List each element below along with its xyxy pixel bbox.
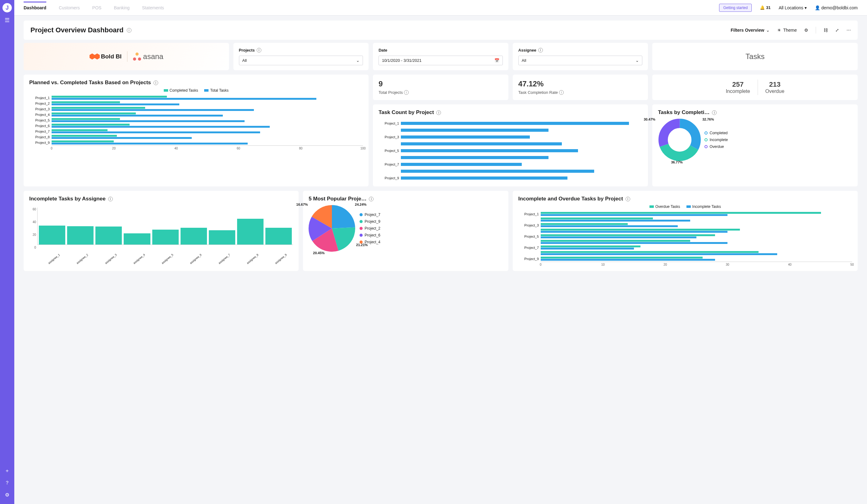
user-circle-icon: 👤 bbox=[815, 5, 820, 10]
notifications-button[interactable]: 🔔 31 bbox=[760, 5, 770, 10]
menu-toggle-icon[interactable]: ☰ bbox=[5, 17, 10, 24]
assignee-filter-value: All bbox=[522, 58, 526, 63]
date-filter-card: Date 10/1/2020 - 3/31/2021 📅 bbox=[373, 43, 509, 70]
donut-chart bbox=[658, 118, 702, 162]
total-projects-kpi: 9 Total Projectsi bbox=[373, 75, 509, 100]
assignee-filter-label: Assignee bbox=[518, 48, 536, 53]
pie-chart bbox=[309, 205, 355, 252]
projects-filter-label: Projects bbox=[239, 48, 255, 53]
notif-count: 31 bbox=[766, 5, 770, 10]
kpi-label: Total Projects bbox=[378, 90, 403, 95]
chevron-down-icon: ⌄ bbox=[635, 58, 639, 63]
projects-filter-select[interactable]: All ⌄ bbox=[239, 56, 363, 65]
kpi-value: 47.12% bbox=[518, 79, 643, 88]
location-dropdown[interactable]: All Locations ▾ bbox=[779, 5, 807, 10]
incomplete-overdue-card: Incomplete and Overdue Tasks by Projecti… bbox=[513, 191, 858, 271]
donut-legend: Completed Incomplete Overdue bbox=[705, 131, 728, 149]
legend-completed: Completed Tasks bbox=[164, 88, 198, 93]
tasks-label: Tasks bbox=[746, 52, 764, 61]
legend-label: Incomplete Tasks bbox=[692, 204, 721, 209]
separator bbox=[758, 79, 758, 95]
calendar-icon: 📅 bbox=[494, 58, 499, 63]
info-icon[interactable]: i bbox=[153, 81, 158, 85]
title: Incomplete Tasks by Assignee bbox=[29, 196, 106, 202]
dashboard-header: Project Overview Dashboard i Filters Ove… bbox=[24, 21, 858, 40]
assignee-filter-select[interactable]: All ⌄ bbox=[518, 56, 643, 65]
info-icon[interactable]: i bbox=[538, 48, 543, 53]
getting-started-button[interactable]: Getting started bbox=[719, 4, 752, 12]
tab-pos[interactable]: POS bbox=[92, 2, 101, 14]
filters-sliders-icon[interactable]: ⚙ bbox=[804, 28, 808, 33]
info-icon[interactable]: i bbox=[108, 197, 113, 201]
planned-vs-completed-card: Planned vs. Completed Tasks Based on Pro… bbox=[24, 75, 368, 186]
date-filter-value: 10/1/2020 - 3/31/2021 bbox=[382, 58, 421, 63]
legend-label: Completed bbox=[709, 131, 727, 135]
tab-statements[interactable]: Statements bbox=[142, 2, 164, 14]
asana-text: asana bbox=[143, 52, 163, 61]
info-icon[interactable]: i bbox=[625, 197, 630, 201]
date-filter-input[interactable]: 10/1/2020 - 3/31/2021 📅 bbox=[378, 56, 503, 65]
title: 5 Most Popular Proje… bbox=[309, 196, 366, 202]
boldbi-text: Bold BI bbox=[101, 53, 122, 60]
sun-icon: ☀ bbox=[777, 28, 781, 33]
info-icon[interactable]: i bbox=[404, 90, 409, 95]
info-icon[interactable]: i bbox=[712, 110, 717, 115]
link-icon[interactable]: ⛓ bbox=[824, 28, 828, 33]
legend-total: Total Tasks bbox=[204, 88, 228, 93]
assignee-chart bbox=[37, 207, 293, 245]
title: Tasks by Completi… bbox=[658, 109, 709, 116]
kpi-value-incomplete: 257 bbox=[726, 81, 750, 88]
info-icon[interactable]: i bbox=[436, 110, 441, 115]
info-icon[interactable]: i bbox=[257, 48, 261, 53]
projects-filter-value: All bbox=[243, 58, 247, 63]
incomplete-overdue-kpi: 257 Incomplete 213 Overdue bbox=[652, 75, 858, 100]
legend-label: Overdue Tasks bbox=[655, 204, 680, 209]
planned-chart: Project_1 Project_2 Project_3 Project_4 … bbox=[29, 95, 363, 150]
location-label: All Locations bbox=[779, 5, 803, 10]
filters-overview-button[interactable]: Filters Overview ⌄ bbox=[730, 28, 770, 33]
date-filter-label: Date bbox=[378, 48, 387, 53]
tasks-by-completion-card: Tasks by Completi…i 32.76% 36.77% 30.47%… bbox=[652, 104, 858, 186]
user-menu[interactable]: 👤 demo@boldbi.com bbox=[815, 5, 858, 10]
tab-dashboard[interactable]: Dashboard bbox=[24, 2, 46, 14]
tab-customers[interactable]: Customers bbox=[59, 2, 80, 14]
tasks-title-card: Tasks bbox=[652, 43, 858, 70]
filters-overview-label: Filters Overview bbox=[730, 28, 764, 33]
kpi-value: 9 bbox=[378, 79, 503, 88]
title-info-icon[interactable]: i bbox=[127, 28, 131, 33]
info-icon[interactable]: i bbox=[369, 197, 374, 201]
page-title: Project Overview Dashboard bbox=[31, 26, 124, 34]
asana-logo: asana bbox=[133, 52, 163, 61]
svg-point-2 bbox=[663, 124, 696, 156]
theme-label: Theme bbox=[783, 28, 797, 33]
kpi-label-overdue: Overdue bbox=[766, 88, 784, 94]
title: Incomplete and Overdue Tasks by Project bbox=[518, 196, 623, 202]
more-icon[interactable]: ⋯ bbox=[846, 28, 851, 33]
separator bbox=[816, 27, 816, 34]
settings-gear-icon[interactable]: ⚙ bbox=[5, 492, 9, 498]
popular-projects-card: 5 Most Popular Proje…i 16.67% 24.24% 21.… bbox=[303, 191, 509, 271]
legend-label: Incomplete bbox=[709, 138, 728, 142]
top-nav: Dashboard Customers POS Banking Statemen… bbox=[14, 0, 867, 15]
theme-button[interactable]: ☀ Theme bbox=[777, 28, 797, 33]
planned-title: Planned vs. Completed Tasks Based on Pro… bbox=[29, 79, 151, 86]
integration-logos: ⬢⬢Bold BI asana bbox=[24, 43, 229, 70]
boldbi-logo: ⬢⬢Bold BI bbox=[89, 53, 122, 61]
chevron-down-icon: ⌄ bbox=[766, 28, 770, 33]
help-icon[interactable]: ？ bbox=[5, 480, 10, 486]
chevron-down-icon: ⌄ bbox=[356, 58, 360, 63]
assignee-filter-card: Assigneei All ⌄ bbox=[513, 43, 648, 70]
app-logo: J bbox=[2, 3, 12, 12]
fullscreen-icon[interactable]: ⤢ bbox=[835, 28, 839, 33]
kpi-label-incomplete: Incomplete bbox=[726, 88, 750, 94]
legend-label: Completed Tasks bbox=[170, 88, 198, 93]
kpi-value-overdue: 213 bbox=[766, 81, 784, 88]
tab-banking[interactable]: Banking bbox=[114, 2, 130, 14]
task-count-card: Task Count by Projecti Project_1 Project… bbox=[373, 104, 648, 186]
add-icon[interactable]: ＋ bbox=[5, 468, 10, 474]
title: Task Count by Project bbox=[378, 109, 434, 116]
left-sidebar: J ☰ ＋ ？ ⚙ bbox=[0, 0, 14, 504]
count-chart: Project_1 Project_3 Project_5 Project_7 … bbox=[378, 120, 642, 181]
incomplete-by-assignee-card: Incomplete Tasks by Assigneei 6040200 as… bbox=[24, 191, 299, 271]
info-icon[interactable]: i bbox=[559, 90, 564, 95]
